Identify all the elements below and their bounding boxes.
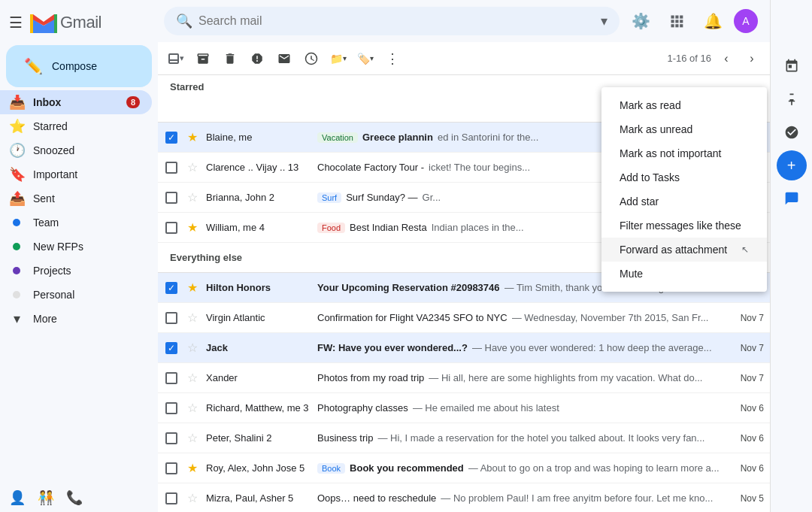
archive-icon[interactable] — [191, 47, 215, 71]
email-time: Nov 5 — [741, 493, 764, 504]
row-checkbox[interactable]: ✓ — [164, 130, 179, 145]
row-checkbox[interactable] — [164, 431, 179, 446]
email-row[interactable]: ★ Roy, Alex, John Jose 5 Book Book you r… — [158, 453, 770, 483]
row-checkbox[interactable] — [164, 371, 179, 386]
row-checkbox[interactable] — [164, 491, 179, 506]
row-checkbox[interactable] — [164, 461, 179, 476]
context-menu: Mark as read Mark as unread Mark as not … — [601, 87, 767, 292]
row-checkbox[interactable] — [164, 311, 179, 326]
contacts-icon[interactable]: 🧑‍🤝‍🧑 — [38, 489, 54, 506]
forward-attachment-label: Forward as attachment — [620, 244, 727, 256]
account-icon[interactable]: 👤 — [9, 489, 26, 506]
prev-page-icon[interactable]: ‹ — [714, 47, 738, 71]
row-star[interactable]: ★ — [185, 280, 200, 295]
row-checkbox[interactable] — [164, 160, 179, 175]
context-menu-item-add-tasks[interactable]: Add to Tasks — [601, 165, 767, 189]
email-row[interactable]: ✓ ☆ Jack FW: Have you ever wondered...? … — [158, 333, 770, 363]
snooze-icon[interactable] — [299, 47, 323, 71]
label-icon[interactable]: 🏷️▾ — [353, 47, 377, 71]
add-right-icon[interactable]: + — [777, 150, 807, 180]
sidebar-item-more[interactable]: ▾ More — [0, 307, 152, 331]
sidebar-item-inbox[interactable]: 📥 Inbox 8 — [0, 90, 152, 114]
row-star[interactable]: ☆ — [185, 491, 200, 506]
email-content: Photography classes — He emailed me abou… — [317, 402, 729, 414]
report-spam-icon[interactable] — [245, 47, 269, 71]
calendar-right-icon[interactable] — [777, 51, 807, 81]
email-row[interactable]: ☆ Virgin Atlantic Confirmation for Fligh… — [158, 303, 770, 333]
row-checkbox[interactable]: ✓ — [164, 280, 179, 295]
new-rfps-dot-icon — [9, 243, 24, 250]
email-tag: Surf — [317, 192, 341, 203]
row-checkbox[interactable]: ✓ — [164, 341, 179, 356]
compose-button[interactable]: ✏️ Compose — [6, 45, 152, 87]
context-menu-item-mark-unread[interactable]: Mark as unread — [601, 117, 767, 141]
email-subject: Your Upcoming Reservation #20983746 — [317, 282, 500, 293]
row-checkbox[interactable] — [164, 401, 179, 416]
tasks-right-icon[interactable] — [777, 117, 807, 147]
projects-dot-icon — [9, 267, 24, 274]
email-preview: — About to go on a trop and was hoping t… — [468, 462, 729, 474]
sidebar-item-snoozed[interactable]: 🕐 Snoozed — [0, 138, 152, 162]
pagination-label: 1-16 of 16 — [667, 53, 711, 64]
topbar-right: ⚙️ 🔔 A — [626, 6, 758, 36]
search-box[interactable]: 🔍 ▾ — [164, 7, 620, 35]
context-menu-item-mark-not-important[interactable]: Mark as not important — [601, 141, 767, 165]
mark-unread-icon[interactable] — [272, 47, 296, 71]
settings-icon[interactable]: ⚙️ — [626, 6, 656, 36]
apps-icon[interactable] — [662, 6, 692, 36]
row-checkbox[interactable] — [164, 220, 179, 235]
row-star[interactable]: ☆ — [185, 311, 200, 326]
avatar[interactable]: A — [734, 9, 758, 33]
email-content: Photos from my road trip — Hi all, here … — [317, 372, 729, 383]
delete-icon[interactable] — [218, 47, 242, 71]
sidebar-item-sent[interactable]: 📤 Sent — [0, 186, 152, 211]
hamburger-icon[interactable]: ☰ — [9, 14, 23, 32]
email-time: Nov 7 — [741, 373, 764, 383]
email-row[interactable]: ☆ Richard, Matthew, me 3 Photography cla… — [158, 393, 770, 423]
context-menu-item-filter-messages[interactable]: Filter messages like these — [601, 214, 767, 238]
row-checkbox[interactable] — [164, 190, 179, 205]
email-subject: Photography classes — [317, 402, 408, 414]
chat-right-icon[interactable] — [777, 183, 807, 214]
select-all-checkbox[interactable]: ▾ — [164, 47, 188, 71]
sidebar-item-new-rfps[interactable]: New RFPs — [0, 235, 152, 259]
compose-plus-icon: ✏️ — [24, 57, 43, 75]
keep-right-icon[interactable] — [777, 84, 807, 114]
move-to-icon[interactable]: 📁▾ — [326, 47, 350, 71]
more-actions-icon[interactable]: ⋮ — [380, 47, 404, 71]
email-time: Nov 6 — [741, 433, 764, 444]
row-star[interactable]: ☆ — [185, 341, 200, 356]
phone-icon[interactable]: 📞 — [66, 489, 83, 506]
context-menu-item-add-star[interactable]: Add star — [601, 189, 767, 214]
row-star[interactable]: ☆ — [185, 401, 200, 416]
notifications-icon[interactable]: 🔔 — [698, 6, 728, 36]
sidebar-item-label: Inbox — [33, 96, 117, 108]
row-star[interactable]: ☆ — [185, 190, 200, 205]
sender-name: Brianna, John 2 — [206, 192, 311, 203]
sidebar-item-team[interactable]: Team — [0, 211, 152, 235]
row-star[interactable]: ☆ — [185, 371, 200, 386]
sidebar-item-starred[interactable]: ⭐ Starred — [0, 114, 152, 138]
row-star[interactable]: ★ — [185, 130, 200, 145]
sidebar-item-important[interactable]: 🔖 Important — [0, 162, 152, 186]
next-page-icon[interactable]: › — [740, 47, 764, 71]
svg-rect-1 — [675, 16, 678, 19]
email-row[interactable]: ☆ Peter, Shalini 2 Business trip — Hi, I… — [158, 423, 770, 453]
row-star[interactable]: ☆ — [185, 160, 200, 175]
context-menu-item-mute[interactable]: Mute — [601, 262, 767, 286]
email-row[interactable]: ☆ Xander Photos from my road trip — Hi a… — [158, 363, 770, 393]
sidebar-item-personal[interactable]: Personal — [0, 283, 152, 307]
context-menu-item-forward-attachment[interactable]: Forward as attachment ↖ — [601, 238, 767, 262]
row-star[interactable]: ☆ — [185, 431, 200, 446]
sidebar-item-projects[interactable]: Projects — [0, 259, 152, 283]
email-subject: FW: Have you ever wondered...? — [317, 342, 468, 353]
email-row[interactable]: ☆ Mizra, Paul, Asher 5 Oops… need to res… — [158, 483, 770, 512]
search-chevron-icon[interactable]: ▾ — [601, 13, 607, 29]
search-input[interactable] — [198, 14, 595, 28]
email-tag: Food — [317, 223, 345, 233]
sidebar-item-label: More — [33, 313, 140, 325]
row-star[interactable]: ★ — [185, 461, 200, 476]
row-star[interactable]: ★ — [185, 220, 200, 235]
sidebar-top: ☰ Gmail — [0, 6, 158, 39]
context-menu-item-mark-read[interactable]: Mark as read — [601, 93, 767, 117]
